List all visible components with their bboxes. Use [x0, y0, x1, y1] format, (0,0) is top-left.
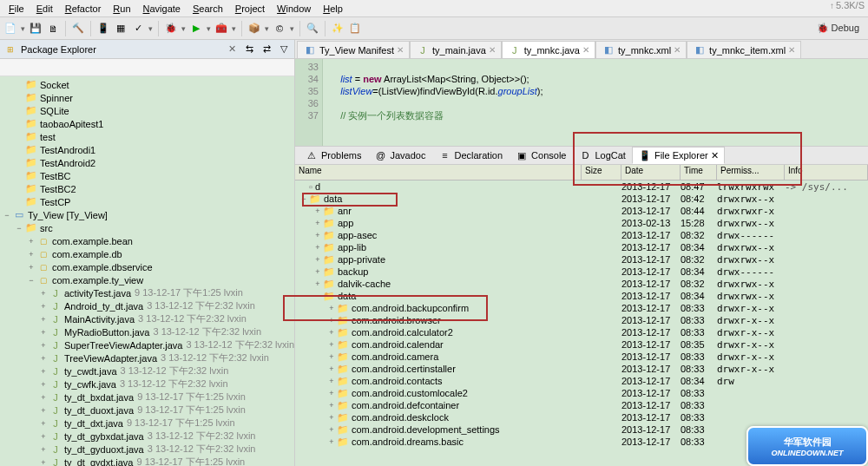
- tab-logcat[interactable]: DLogCat: [572, 147, 631, 164]
- col-time[interactable]: Time: [681, 165, 717, 180]
- tree-item[interactable]: +▢com.example.db: [0, 247, 294, 260]
- tree-item[interactable]: 📁taobaoApitest1: [0, 117, 294, 130]
- close-icon[interactable]: ✕: [674, 45, 681, 55]
- tab-declaration[interactable]: ≡Declaration: [431, 147, 509, 164]
- new-pkg-icon[interactable]: 📦: [247, 22, 261, 36]
- tree-item[interactable]: −📁src: [0, 221, 294, 234]
- tree-item[interactable]: 📁TestBC2: [0, 182, 294, 195]
- col-name[interactable]: Name: [295, 165, 582, 180]
- code-area[interactable]: list = new ArrayList<Map<String, Object>…: [323, 59, 550, 146]
- tab-problems[interactable]: ⚠Problems: [299, 147, 367, 164]
- tree-item[interactable]: +Jty_dt_dxt.java9 13-12-17 下午1:25 lvxin: [0, 417, 294, 430]
- tree-item[interactable]: 📁Spinner: [0, 91, 294, 104]
- fe-body[interactable]: ▫d2013-12-1708:47lrwxrwxrwx-> /sys/...−📁…: [295, 180, 868, 466]
- tree-item[interactable]: +JMyRadioButton.java3 13-12-12 下午2:32 lv…: [0, 325, 294, 338]
- fe-row[interactable]: ▫d2013-12-1708:47lrwxrwxrwx-> /sys/...: [295, 180, 868, 193]
- fe-row[interactable]: +📁com.android.customlocale22013-12-1708:…: [295, 387, 868, 399]
- tree-item[interactable]: −▭Ty_View [Ty_View]: [0, 208, 294, 221]
- editor-tab[interactable]: Jty_main.java✕: [410, 41, 502, 58]
- tree-item[interactable]: 📁Socket: [0, 78, 294, 91]
- fe-row[interactable]: −📁data2013-12-1708:42drwxrwx--x: [295, 193, 868, 205]
- ext-tools-icon[interactable]: 🧰: [214, 22, 228, 36]
- close-icon[interactable]: ✕: [788, 45, 795, 55]
- fe-row[interactable]: +📁com.android.backupconfirm2013-12-1708:…: [295, 302, 868, 314]
- tree-item[interactable]: +Jty_dt_bxdat.java9 13-12-17 下午1:25 lvxi…: [0, 391, 294, 404]
- fe-row[interactable]: +📁app2013-02-1315:28drwxrwx--x: [295, 217, 868, 229]
- fe-row[interactable]: +📁com.android.contacts2013-12-1708:34drw: [295, 375, 868, 387]
- new-class-icon[interactable]: ©: [273, 22, 286, 36]
- close-icon[interactable]: ✕: [489, 45, 496, 55]
- editor-tab[interactable]: ◧ty_mnkc.xml✕: [595, 41, 687, 58]
- hammer-icon[interactable]: 🔨: [71, 22, 85, 36]
- lint-icon[interactable]: ✓: [131, 22, 145, 36]
- fe-row[interactable]: +📁com.android.defcontainer2013-12-1708:3…: [295, 399, 868, 411]
- fe-row[interactable]: +📁com.android.browser2013-12-1708:33drwx…: [295, 314, 868, 326]
- tree-item[interactable]: −▢com.example.ty_view: [0, 273, 294, 286]
- save-all-icon[interactable]: 🗎: [46, 22, 60, 36]
- tree-item[interactable]: +Jty_dt_gydxt.java9 13-12-17 下午1:25 lvxi…: [0, 456, 294, 466]
- close-icon[interactable]: ✕: [711, 150, 719, 161]
- tree-item[interactable]: 📁TestAndroid2: [0, 156, 294, 169]
- fe-row[interactable]: +📁backup2013-12-1708:34drwx------: [295, 266, 868, 278]
- menu-navigate[interactable]: Navigate: [138, 2, 186, 16]
- debug-icon[interactable]: 🐞: [164, 22, 178, 36]
- fe-row[interactable]: +📁dalvik-cache2013-12-1708:32drwxrwx--x: [295, 278, 868, 290]
- tree-item[interactable]: 📁SQLite: [0, 104, 294, 117]
- tree-item[interactable]: +Jty_dt_duoxt.java9 13-12-17 下午1:25 lvxi…: [0, 404, 294, 417]
- tree-item[interactable]: +JactivityTest.java9 13-12-17 下午1:25 lvx…: [0, 286, 294, 299]
- close-icon[interactable]: ✕: [226, 43, 239, 55]
- editor-tab[interactable]: Jty_mnkc.java✕: [502, 41, 595, 58]
- col-size[interactable]: Size: [582, 165, 621, 180]
- debug-perspective-button[interactable]: 🐞 Debug: [812, 21, 865, 36]
- fe-row[interactable]: +📁com.android.certinstaller2013-12-1708:…: [295, 363, 868, 375]
- tree-item[interactable]: +JAndroid_ty_dt.java3 13-12-12 下午2:32 lv…: [0, 299, 294, 312]
- editor-tab[interactable]: ◧Ty_View Manifest✕: [297, 41, 410, 58]
- tree-item[interactable]: 📁test: [0, 130, 294, 143]
- tree-item[interactable]: +Jty_cwfk.java3 13-12-12 下午2:32 lvxin: [0, 377, 294, 391]
- menu-run[interactable]: Run: [108, 2, 135, 16]
- menu-window[interactable]: Window: [272, 2, 316, 16]
- tree-item[interactable]: +Jty_dt_gybxdat.java3 13-12-12 下午2:32 lv…: [0, 430, 294, 443]
- fe-row[interactable]: +📁com.android.deskclock2013-12-1708:33: [295, 411, 868, 423]
- fe-row[interactable]: +📁com.android.camera2013-12-1708:33drwxr…: [295, 351, 868, 363]
- package-tree[interactable]: 📁Socket📁Spinner📁SQLite📁taobaoApitest1📁te…: [0, 76, 294, 466]
- col-date[interactable]: Date: [621, 165, 681, 180]
- tab-console[interactable]: ▣Console: [509, 147, 572, 164]
- tree-item[interactable]: 📁TestAndrodi1: [0, 143, 294, 156]
- save-icon[interactable]: 💾: [29, 22, 43, 36]
- tree-item[interactable]: +▢com.example.dbservice: [0, 260, 294, 273]
- fe-row[interactable]: +📁app-private2013-12-1708:32drwxrwx--x: [295, 253, 868, 266]
- editor-tab[interactable]: ◧ty_mnkc_item.xml✕: [687, 41, 801, 58]
- tree-item[interactable]: +JSuperTreeViewAdapter.java3 13-12-12 下午…: [0, 338, 294, 351]
- fe-row[interactable]: +📁com.android.calendar2013-12-1708:35drw…: [295, 338, 868, 351]
- new-icon[interactable]: 📄: [3, 22, 17, 36]
- doc-icon[interactable]: 📋: [348, 22, 362, 36]
- col-info[interactable]: Info: [785, 165, 868, 180]
- menu-search[interactable]: Search: [187, 2, 228, 16]
- tab-file-explorer[interactable]: 📱File Explorer✕: [632, 147, 725, 164]
- fe-row[interactable]: −📁data2013-12-1708:34drwxrwx--x: [295, 290, 868, 302]
- menu-refactor[interactable]: Refactor: [60, 2, 107, 16]
- col-perm[interactable]: Permiss...: [717, 165, 785, 180]
- link-icon[interactable]: ⇄: [260, 43, 273, 56]
- menu-project[interactable]: Project: [230, 2, 270, 16]
- tree-item[interactable]: +JTreeViewAdapter.java3 13-12-12 下午2:32 …: [0, 351, 294, 364]
- tree-item[interactable]: +Jty_cwdt.java3 13-12-12 下午2:32 lvxin: [0, 364, 294, 377]
- menu-help[interactable]: Help: [318, 2, 348, 16]
- menu-edit[interactable]: Edit: [31, 2, 58, 16]
- fe-row[interactable]: +📁anr2013-12-1708:44drwxrwxr-x: [295, 205, 868, 217]
- tree-item[interactable]: 📁TestBC: [0, 169, 294, 182]
- menu-icon[interactable]: ▽: [277, 43, 291, 56]
- tree-item[interactable]: +Jty_dt_gyduoxt.java3 13-12-12 下午2:32 lv…: [0, 443, 294, 456]
- search-icon[interactable]: 🔍: [306, 22, 319, 36]
- code-editor[interactable]: 3334353637 list = new ArrayList<Map<Stri…: [295, 59, 868, 146]
- fe-row[interactable]: +📁app-asec2013-12-1708:32drwx------: [295, 229, 868, 241]
- fe-row[interactable]: +📁app-lib2013-12-1708:34drwxrwx--x: [295, 241, 868, 253]
- wand-icon[interactable]: ✨: [331, 22, 345, 36]
- run-icon[interactable]: ▶: [189, 22, 203, 36]
- phone-icon[interactable]: 📱: [96, 22, 110, 36]
- fe-row[interactable]: +📁com.android.calculator22013-12-1708:33…: [295, 326, 868, 338]
- avd-icon[interactable]: ▦: [114, 22, 128, 36]
- close-icon[interactable]: ✕: [582, 45, 589, 55]
- tree-item[interactable]: +▢com.example.bean: [0, 234, 294, 247]
